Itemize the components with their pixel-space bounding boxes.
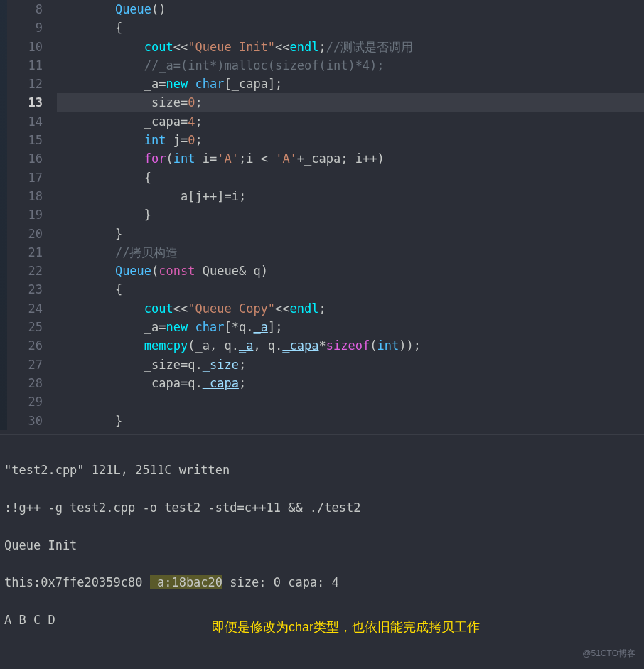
highlighted-text: _a:18bac20 [150, 575, 222, 589]
code-line: cout<<"Queue Copy"<<endl; [57, 299, 644, 318]
code-line-current: _size=0; [57, 93, 644, 112]
code-line: } [57, 225, 644, 243]
terminal-line: :!g++ -g test2.cpp -o test2 -std=c++11 &… [4, 498, 640, 517]
code-line: //_a=(int*)malloc(sizeof(int)*4); [57, 56, 644, 75]
code-line: { [57, 18, 644, 37]
decorative-strip [0, 0, 7, 430]
code-line: { [57, 168, 644, 187]
terminal-line: Queue Init [4, 536, 640, 555]
code-line: int j=0; [57, 131, 644, 149]
code-line: cout<<"Queue Init"<<endl;//测试是否调用 [57, 38, 644, 56]
watermark: @51CTO博客 [582, 647, 635, 660]
terminal-line: "test2.cpp" 121L, 2511C written [4, 461, 640, 479]
code-editor: 8 9 10 11 12 13 14 15 16 17 18 19 20 21 … [0, 0, 644, 430]
line-number-gutter: 8 9 10 11 12 13 14 15 16 17 18 19 20 21 … [0, 0, 57, 430]
code-line: Queue(const Queue& q) [57, 262, 644, 280]
code-line: _size=q._size; [57, 355, 644, 374]
code-line: memcpy(_a, q._a, q._capa*sizeof(int)); [57, 336, 644, 355]
code-line: { [57, 280, 644, 299]
code-line: } [57, 205, 644, 224]
annotation-text: 即便是修改为char类型，也依旧能完成拷贝工作 [212, 618, 480, 638]
code-line: _capa=q._capa; [57, 374, 644, 392]
terminal-line: this:0x7ffe20359c80 _a:18bac20 size: 0 c… [4, 573, 640, 592]
code-line: _a=new char[*q._a]; [57, 318, 644, 336]
code-line: _capa=4; [57, 112, 644, 131]
code-line: for(int i='A';i < 'A'+_capa; i++) [57, 149, 644, 168]
code-line: _a[j++]=i; [57, 187, 644, 205]
code-area[interactable]: Queue() { cout<<"Queue Init"<<endl;//测试是… [57, 0, 644, 430]
code-line: Queue() [57, 0, 644, 18]
code-line: } [57, 412, 644, 430]
code-line [57, 392, 644, 411]
code-line: _a=new char[_capa]; [57, 75, 644, 93]
code-line: //拷贝构造 [57, 243, 644, 262]
